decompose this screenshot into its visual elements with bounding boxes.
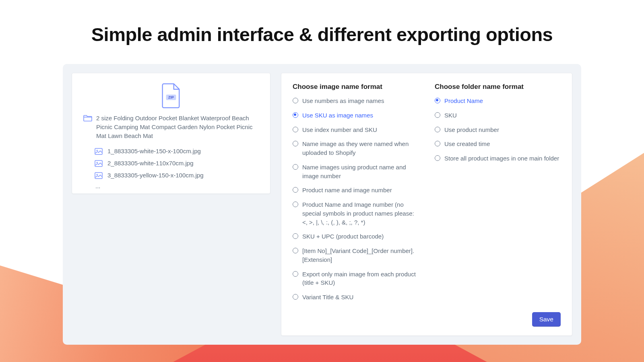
image-name-format-option[interactable]: Use numbers as image names [293, 97, 419, 105]
image-name-format-heading: Choose image name format [293, 83, 419, 91]
preview-file-row: 3_8833305-yellow-150-x-100cm.jpg [95, 171, 259, 180]
radio-icon [293, 127, 298, 132]
image-name-format-option[interactable]: Export only main image from each product… [293, 270, 419, 288]
folder-name-format-option[interactable]: Use product number [435, 125, 561, 134]
preview-file-name: 1_8833305-white-150-x-100cm.jpg [107, 146, 201, 156]
radio-icon [435, 127, 440, 132]
folder-name-format-option[interactable]: Store all product images in one main fol… [435, 154, 561, 163]
preview-folder-name: 2 size Folding Outdoor Pocket Blanket Wa… [96, 114, 259, 140]
preview-file-name: 2_8833305-white-110x70cm.jpg [107, 158, 193, 168]
image-file-icon [95, 172, 103, 179]
image-name-format-option[interactable]: [Item No]_[Variant Code]_[Order number].… [293, 247, 419, 264]
admin-panel: ZIP 2 size Folding Outdoor Pocket Blanke… [63, 64, 581, 345]
zip-file-icon: ZIP [160, 83, 182, 108]
image-name-format-option[interactable]: Product name and image number [293, 186, 419, 195]
save-button[interactable]: Save [532, 312, 561, 327]
radio-icon [293, 202, 298, 207]
folder-name-format-option-label: SKU [444, 111, 457, 120]
image-name-format-option[interactable]: Name images using product name and image… [293, 163, 419, 181]
radio-icon [293, 233, 298, 239]
image-name-format-option-label: [Item No]_[Variant Code]_[Order number].… [302, 247, 419, 264]
folder-name-format-option-label: Product Name [444, 97, 483, 105]
image-name-format-option-label: Product name and image number [302, 186, 392, 195]
folder-name-format-option-label: Use created time [444, 140, 490, 148]
export-preview-card: ZIP 2 size Folding Outdoor Pocket Blanke… [72, 73, 270, 194]
image-name-format-option-label: Use index number and SKU [302, 125, 377, 134]
preview-ellipsis: ... [95, 183, 259, 189]
radio-icon [293, 141, 298, 146]
radio-icon [293, 187, 298, 193]
folder-name-format-option[interactable]: Product Name [435, 97, 561, 105]
image-file-icon [95, 148, 103, 155]
image-name-format-option-label: Product Name and Image number (no specia… [302, 200, 419, 226]
radio-icon [293, 98, 298, 103]
radio-icon [293, 164, 298, 170]
image-name-format-option-label: Export only main image from each product… [302, 270, 419, 288]
image-name-format-option[interactable]: Use index number and SKU [293, 125, 419, 134]
folder-name-format-heading: Choose folder name format [435, 83, 561, 91]
radio-icon [293, 294, 298, 300]
radio-icon [435, 155, 440, 161]
image-name-format-option[interactable]: Product Name and Image number (no specia… [293, 200, 419, 226]
export-settings-card: Choose image name format Use numbers as … [281, 73, 572, 336]
folder-name-format-option-label: Use product number [444, 125, 499, 134]
preview-file-list: 1_8833305-white-150-x-100cm.jpg2_8833305… [95, 146, 259, 189]
preview-file-name: 3_8833305-yellow-150-x-100cm.jpg [107, 171, 203, 180]
preview-file-row: 1_8833305-white-150-x-100cm.jpg [95, 146, 259, 156]
folder-name-format-option[interactable]: SKU [435, 111, 561, 120]
image-name-format-option[interactable]: Use SKU as image names [293, 111, 419, 120]
radio-icon [435, 112, 440, 118]
svg-text:ZIP: ZIP [168, 95, 174, 99]
folder-name-format-option-label: Store all product images in one main fol… [444, 154, 559, 163]
folder-name-format-option[interactable]: Use created time [435, 140, 561, 148]
preview-file-row: 2_8833305-white-110x70cm.jpg [95, 158, 259, 168]
page-title: Simple admin interface & different expor… [0, 0, 644, 45]
radio-icon [293, 112, 298, 118]
image-name-format-option-label: Name image as they were named when uploa… [302, 140, 419, 157]
image-name-format-group: Choose image name format Use numbers as … [293, 83, 419, 302]
radio-icon [293, 271, 298, 277]
image-name-format-option[interactable]: SKU + UPC (product barcode) [293, 232, 419, 241]
image-name-format-option[interactable]: Variant Title & SKU [293, 293, 419, 302]
preview-folder-row: 2 size Folding Outdoor Pocket Blanket Wa… [83, 114, 259, 140]
image-name-format-option-label: Use numbers as image names [302, 97, 384, 105]
radio-icon [435, 141, 440, 146]
image-name-format-option-label: Variant Title & SKU [302, 293, 353, 302]
radio-icon [293, 248, 298, 253]
folder-name-format-group: Choose folder name format Product NameSK… [435, 83, 561, 302]
image-name-format-option-label: Name images using product name and image… [302, 163, 419, 181]
radio-icon [435, 98, 440, 103]
image-file-icon [95, 160, 103, 167]
image-name-format-option-label: Use SKU as image names [302, 111, 373, 120]
folder-icon [83, 115, 92, 122]
svg-point-5 [97, 162, 98, 163]
svg-point-7 [97, 174, 98, 175]
image-name-format-option-label: SKU + UPC (product barcode) [302, 232, 384, 241]
image-name-format-option[interactable]: Name image as they were named when uploa… [293, 140, 419, 157]
svg-point-3 [97, 150, 98, 151]
